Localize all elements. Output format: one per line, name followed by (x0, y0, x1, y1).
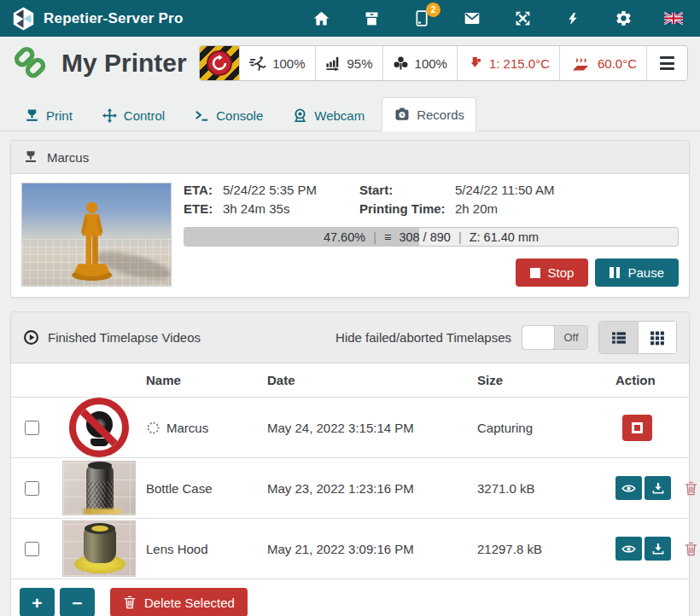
printer-tabs: Print Control Console Webcam Records (0, 90, 700, 131)
tab-webcam[interactable]: Webcam (280, 99, 376, 131)
ete-label: ETE: (184, 201, 223, 216)
video-thumbnail[interactable] (62, 520, 136, 577)
progress-z: Z: 61.40 mm (470, 230, 539, 244)
job-stats: ETA: 5/24/22 5:35 PM Start: 5/24/22 11:5… (184, 183, 679, 216)
messages-badge: 2 (426, 3, 440, 17)
pause-icon (610, 267, 620, 278)
extruder-temp-status[interactable]: 1: 215.0°C (457, 46, 559, 80)
flow-value: 95% (347, 56, 373, 71)
speed-value: 100% (272, 56, 305, 71)
power-icon[interactable] (563, 9, 582, 28)
language-flag-uk-icon[interactable] (664, 9, 683, 28)
table-row: Bottle Case May 23, 2022 1:23:16 PM 3271… (11, 457, 689, 518)
speed-icon (249, 55, 266, 72)
printer-status-toolbar: 100% 95% 100% (199, 45, 688, 81)
link-icon (12, 44, 50, 82)
printer-name: My Printer (61, 49, 187, 78)
home-icon[interactable] (312, 9, 330, 28)
timelapse-panel: Finished Timelapse Videos Hide failed/ab… (10, 311, 690, 616)
progress-layers: 308 / 890 (399, 230, 450, 244)
stop-icon (530, 268, 540, 278)
print-progress-bar: 47.60% | ≡ 308 / 890 | Z: 61.40 mm (184, 227, 679, 247)
printing-time-value: 2h 20m (455, 201, 679, 216)
table-row: Lens Hood May 21, 2022 3:09:16 PM 21297.… (11, 518, 689, 578)
fan-status[interactable]: 100% (382, 46, 457, 80)
job-panel-header: Marcus (11, 141, 689, 174)
timelapse-footer: + − Delete Selected (11, 578, 689, 616)
view-mode-group (598, 321, 677, 354)
top-navbar: Repetier-Server Pro 2 (0, 0, 700, 37)
bed-temp-status[interactable]: 60.0°C (559, 46, 646, 80)
table-header: Name Date Size Action (11, 363, 689, 397)
trash-icon (123, 595, 137, 610)
video-date: May 24, 2022 3:15:14 PM (267, 421, 477, 435)
list-view-button[interactable] (599, 322, 638, 353)
speed-status[interactable]: 100% (239, 46, 314, 80)
pause-button[interactable]: Pause (595, 259, 679, 287)
settings-icon[interactable] (614, 9, 633, 28)
eye-icon (621, 483, 636, 494)
col-name: Name (146, 373, 267, 387)
col-size: Size (477, 373, 607, 387)
progress-percent: 47.60% (324, 230, 365, 244)
video-date: May 21, 2022 3:09:16 PM (267, 542, 477, 556)
video-thumbnail[interactable] (62, 461, 136, 515)
tab-records[interactable]: Records (382, 97, 476, 131)
select-all-button[interactable]: + (20, 588, 55, 616)
video-size: 21297.8 kB (477, 542, 607, 556)
nozzle-icon (23, 149, 38, 165)
video-size: 3271.0 kB (477, 481, 607, 496)
hazard-stripes (200, 45, 239, 81)
eta-value: 5/24/22 5:35 PM (223, 183, 359, 197)
delete-video-button[interactable] (684, 480, 698, 497)
eye-icon (621, 543, 636, 555)
row-checkbox[interactable] (25, 421, 39, 435)
toggle-knob (522, 326, 555, 349)
timelapse-header: Finished Timelapse Videos Hide failed/ab… (11, 312, 689, 363)
table-row: Marcus May 24, 2022 3:15:14 PM Capturing (11, 397, 689, 457)
hide-failed-toggle[interactable]: Off (522, 325, 588, 350)
download-video-button[interactable] (645, 476, 671, 500)
view-video-button[interactable] (615, 537, 642, 561)
mail-icon[interactable] (463, 9, 481, 28)
row-checkbox[interactable] (25, 481, 39, 496)
extruder-temp-value: 1: 215.0°C (489, 56, 550, 71)
stop-icon (632, 422, 643, 433)
menu-icon (656, 56, 678, 70)
play-circle-icon (23, 329, 39, 346)
download-icon (651, 542, 665, 555)
tab-print[interactable]: Print (12, 99, 85, 131)
start-label: Start: (359, 183, 455, 197)
tab-control[interactable]: Control (90, 99, 177, 131)
tab-console[interactable]: Console (182, 99, 275, 131)
job-preview-image (21, 183, 172, 287)
trash-icon (684, 541, 698, 557)
fan-icon (393, 55, 409, 72)
delete-selected-button[interactable]: Delete Selected (110, 588, 248, 616)
deselect-all-button[interactable]: − (60, 588, 95, 616)
video-size: Capturing (477, 421, 607, 435)
printer-menu-button[interactable] (646, 46, 687, 80)
delete-video-button[interactable] (684, 541, 698, 557)
no-webcam-icon (69, 398, 129, 457)
print-job-panel: Marcus ETA: 5/24/22 5:35 PM Start: 5/24/ (10, 140, 690, 298)
eta-label: ETA: (184, 183, 223, 197)
view-video-button[interactable] (615, 476, 642, 500)
devices-icon[interactable]: 2 (412, 9, 431, 28)
row-checkbox[interactable] (25, 542, 39, 556)
video-name: Marcus (166, 421, 208, 435)
col-action: Action (607, 373, 689, 387)
flow-status[interactable]: 95% (315, 46, 382, 80)
fullscreen-icon[interactable] (513, 9, 532, 28)
brand[interactable]: Repetier-Server Pro (12, 6, 183, 32)
heated-bed-icon (569, 55, 592, 73)
printer-box-icon[interactable] (362, 9, 381, 28)
grid-view-button[interactable] (638, 322, 676, 353)
emergency-stop-button[interactable] (200, 46, 239, 80)
stop-button[interactable]: Stop (516, 259, 589, 287)
download-video-button[interactable] (645, 537, 671, 561)
layers-icon: ≡ (384, 230, 391, 244)
printer-header: My Printer 100% (0, 37, 700, 87)
stop-capture-button[interactable] (622, 415, 652, 441)
bed-temp-value: 60.0°C (598, 56, 637, 71)
